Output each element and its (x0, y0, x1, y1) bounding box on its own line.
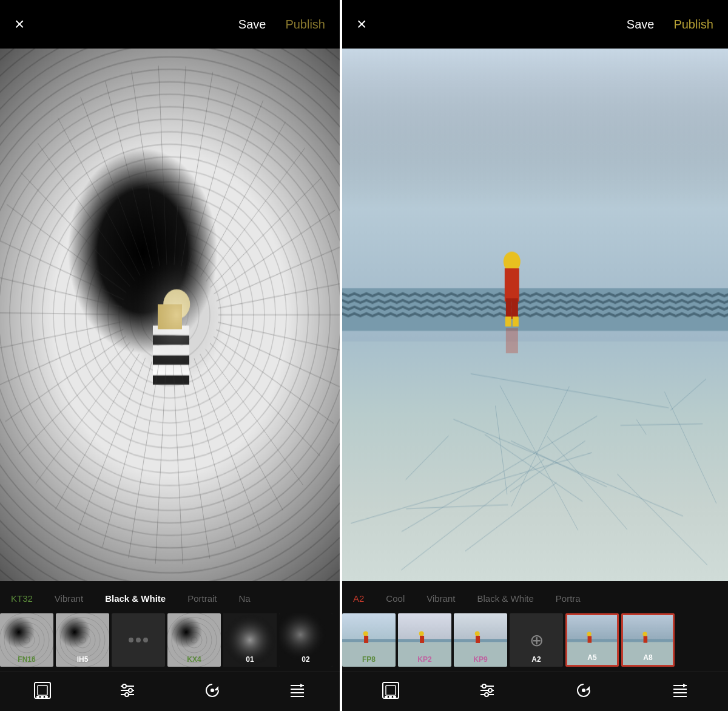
left-tool-adjust[interactable] (116, 679, 138, 701)
right-publish-button[interactable]: Publish (673, 18, 713, 32)
target-icon: ⊕ (530, 630, 544, 650)
left-panel: × Save Publish KT32 Vibrant Black & Whit… (0, 0, 340, 711)
svg-marker-17 (300, 684, 304, 687)
svg-point-10 (125, 693, 129, 696)
right-thumb-a2-label: A2 (510, 655, 563, 664)
left-bottom-area: KT32 Vibrant Black & White Portrait Na F… (0, 581, 340, 711)
right-tab-bw[interactable]: Black & White (466, 593, 544, 604)
right-thumb-kp2-label: KP2 (398, 655, 451, 664)
svg-point-30 (582, 689, 585, 692)
left-tab-vibrant[interactable]: Vibrant (44, 593, 94, 604)
left-toolbar (0, 672, 340, 711)
right-thumb-kp2[interactable]: KP2 (398, 613, 451, 667)
left-tab-na[interactable]: Na (228, 593, 261, 604)
filters-icon-right (669, 679, 691, 701)
svg-rect-4 (45, 696, 48, 698)
right-tool-frames[interactable] (380, 679, 402, 701)
right-panel: × Save Publish A2 Cool Vibrant Black & W… (342, 0, 728, 711)
left-filter-tabs: KT32 Vibrant Black & White Portrait Na (0, 581, 340, 611)
svg-rect-3 (41, 696, 44, 698)
right-thumb-a8-label: A8 (623, 653, 673, 662)
svg-point-8 (129, 689, 132, 692)
left-thumbnails: FN16 IH5 KX4 01 (0, 611, 340, 672)
left-save-button[interactable]: Save (238, 18, 266, 32)
right-thumb-a8[interactable]: A8 (621, 613, 675, 667)
left-thumb-ih5[interactable]: IH5 (56, 613, 109, 667)
dot-3 (143, 638, 148, 642)
right-photo-area (342, 49, 728, 581)
filters-icon (286, 679, 308, 701)
right-tool-adjust[interactable] (476, 679, 498, 701)
dot-1 (129, 638, 133, 642)
left-header-actions: Save Publish (238, 18, 325, 32)
revert-icon (201, 679, 223, 701)
left-thumb-kx4-label: KX4 (167, 655, 221, 664)
left-tool-filters[interactable] (286, 679, 308, 701)
left-thumb-01[interactable]: 01 (223, 613, 277, 667)
svg-marker-11 (214, 686, 218, 690)
svg-point-24 (482, 684, 486, 688)
left-thumb-kt32[interactable] (112, 613, 165, 667)
left-thumb-02-label: 02 (279, 655, 332, 664)
left-close-button[interactable]: × (15, 16, 24, 33)
right-tool-filters[interactable] (669, 679, 691, 701)
right-thumb-a5-label: A5 (567, 653, 617, 662)
right-tool-revert[interactable] (573, 679, 595, 701)
right-tab-portrait[interactable]: Portra (545, 593, 592, 604)
left-thumb-01-label: 01 (223, 655, 277, 664)
svg-rect-1 (38, 686, 47, 695)
svg-rect-20 (385, 696, 388, 698)
svg-marker-29 (585, 686, 590, 690)
right-tab-a2[interactable]: A2 (342, 593, 375, 604)
svg-point-28 (485, 693, 488, 696)
svg-rect-22 (393, 696, 396, 698)
svg-rect-19 (386, 686, 396, 695)
svg-point-12 (211, 689, 214, 692)
dot-2 (136, 638, 141, 642)
right-thumb-fp8-label: FP8 (342, 655, 396, 664)
revert-icon-right (573, 679, 595, 701)
left-tab-bw[interactable]: Black & White (94, 593, 177, 604)
svg-rect-2 (36, 696, 39, 698)
left-tab-kt32[interactable]: KT32 (0, 593, 44, 604)
left-thumb-ih5-label: IH5 (56, 655, 109, 664)
right-thumb-kp9-label: KP9 (454, 655, 507, 664)
left-thumb-fn16[interactable]: FN16 (0, 613, 53, 667)
sliders-icon (116, 679, 138, 701)
right-save-button[interactable]: Save (627, 18, 655, 32)
left-tab-portrait[interactable]: Portrait (177, 593, 228, 604)
left-photo-area (0, 49, 340, 581)
right-thumb-a5[interactable]: A5 (565, 613, 619, 667)
svg-rect-21 (389, 696, 392, 698)
right-tab-cool[interactable]: Cool (375, 593, 416, 604)
frame-icon (32, 679, 53, 701)
left-thumb-kx4[interactable]: KX4 (167, 613, 221, 667)
right-thumb-fp8[interactable]: FP8 (342, 613, 396, 667)
right-toolbar (342, 672, 728, 711)
svg-marker-35 (683, 684, 687, 687)
right-thumbnails: FP8 KP2 KP9 ⊕ A2 A5 A8 (342, 611, 728, 672)
frame-icon-right (380, 679, 402, 701)
right-header-actions: Save Publish (627, 18, 713, 32)
left-tool-revert[interactable] (201, 679, 223, 701)
left-thumb-fn16-label: FN16 (0, 655, 53, 664)
right-close-button[interactable]: × (357, 16, 366, 33)
right-bottom-area: A2 Cool Vibrant Black & White Portra FP8… (342, 581, 728, 711)
left-tool-frames[interactable] (32, 679, 53, 701)
right-filter-tabs: A2 Cool Vibrant Black & White Portra (342, 581, 728, 611)
svg-point-26 (488, 689, 492, 692)
right-tab-vibrant[interactable]: Vibrant (416, 593, 466, 604)
sliders-icon-right (476, 679, 498, 701)
left-thumb-02[interactable]: 02 (279, 613, 332, 667)
left-publish-button[interactable]: Publish (285, 18, 325, 32)
right-thumb-kp9[interactable]: KP9 (454, 613, 507, 667)
svg-point-6 (123, 684, 126, 688)
left-header: × Save Publish (0, 0, 340, 49)
right-thumb-a2[interactable]: ⊕ A2 (510, 613, 563, 667)
right-header: × Save Publish (342, 0, 728, 49)
